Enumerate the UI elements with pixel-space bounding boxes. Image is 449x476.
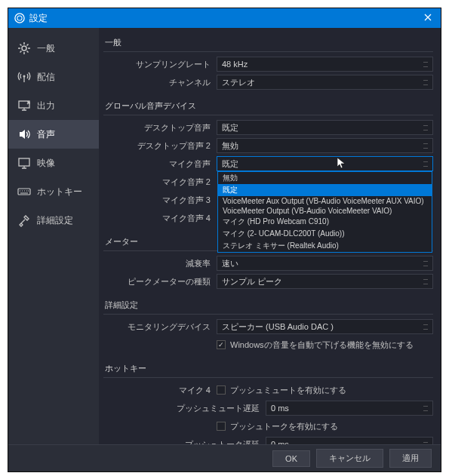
sidebar-item-label: 映像 xyxy=(37,157,55,170)
mic4-label: マイク音声 4 xyxy=(103,213,217,224)
svg-rect-6 xyxy=(18,189,30,195)
decay-select[interactable]: 速い xyxy=(217,256,433,271)
hotkey-mic4-label: マイク 4 xyxy=(103,385,217,396)
group-general: 一般 サンプリングレート 48 kHz チャンネル ステレオ xyxy=(103,34,433,90)
close-icon[interactable] xyxy=(421,13,435,23)
mic4-ptm-checkbox[interactable] xyxy=(217,385,226,395)
monitor-label: モニタリングデバイス xyxy=(103,321,217,333)
desktop1-label: デスクトップ音声 xyxy=(103,122,217,134)
keyboard-icon xyxy=(17,185,31,198)
obs-icon xyxy=(14,13,25,23)
mic1-select[interactable]: 既定 無効 既定 VoiceMeeter Aux Output (VB-Audi… xyxy=(217,156,433,171)
ptt-delay-label: プッシュトーク遅延 xyxy=(103,439,266,445)
ptt-enable-label: プッシュトークを有効にする xyxy=(230,421,338,432)
dropdown-item[interactable]: VoiceMeeter Output (VB-Audio VoiceMeeter… xyxy=(218,206,432,216)
sidebar-item-label: ホットキー xyxy=(37,186,82,198)
desktop1-select[interactable]: 既定 xyxy=(217,120,433,135)
group-hotkey: ホットキー マイク 4 プッシュミュートを有効にする プッシュミュート遅延 0 … xyxy=(103,360,433,444)
settings-window: 設定 一般 配信 出力 音声 映像 xyxy=(8,8,441,472)
svg-point-0 xyxy=(15,14,24,23)
sidebar-item-label: 詳細設定 xyxy=(37,214,73,227)
group-title: グローバル音声デバイス xyxy=(103,97,433,115)
sidebar-item-audio[interactable]: 音声 xyxy=(8,120,99,149)
mic1-value: 既定 xyxy=(222,158,238,170)
apply-button[interactable]: 適用 xyxy=(389,449,432,468)
decay-label: 減衰率 xyxy=(103,258,217,269)
sidebar-item-general[interactable]: 一般 xyxy=(8,34,99,63)
window-body: 一般 配信 出力 音声 映像 ホットキー xyxy=(8,28,441,444)
desktop2-label: デスクトップ音声 2 xyxy=(103,140,217,152)
sidebar-item-stream[interactable]: 配信 xyxy=(8,63,99,91)
sidebar-item-output[interactable]: 出力 xyxy=(8,91,99,120)
sidebar-item-label: 一般 xyxy=(37,42,55,55)
dropdown-item[interactable]: マイク (2- UCAM-DLC200T (Audio)) xyxy=(218,228,432,240)
sidebar-item-label: 配信 xyxy=(37,71,55,84)
group-global-audio: グローバル音声デバイス デスクトップ音声 既定 デスクトップ音声 2 無効 マイ… xyxy=(103,97,433,226)
titlebar[interactable]: 設定 xyxy=(8,8,441,28)
mic1-dropdown: 無効 既定 VoiceMeeter Aux Output (VB-Audio V… xyxy=(217,171,432,253)
mic1-label: マイク音声 xyxy=(103,158,217,170)
mic4-ptm-delay[interactable]: 0 ms xyxy=(266,401,433,416)
group-title: 一般 xyxy=(103,34,433,52)
dropdown-item[interactable]: ステレオ ミキサー (Realtek Audio) xyxy=(218,240,432,252)
monitor-select[interactable]: スピーカー (USB Audio DAC ) xyxy=(217,319,433,334)
broadcast-icon xyxy=(17,70,31,84)
sidebar-item-video[interactable]: 映像 xyxy=(8,149,99,177)
group-advanced: 詳細設定 モニタリングデバイス スピーカー (USB Audio DAC ) W… xyxy=(103,296,433,352)
svg-point-1 xyxy=(17,16,22,20)
mic2-label: マイク音声 2 xyxy=(103,177,217,188)
mic4-ptt-checkbox[interactable] xyxy=(217,422,226,431)
peak-label: ピークメーターの種類 xyxy=(103,276,217,287)
footer: OK キャンセル 適用 xyxy=(8,444,441,471)
dropdown-item[interactable]: マイク (HD Pro Webcam C910) xyxy=(218,216,432,228)
mic3-label: マイク音声 3 xyxy=(103,195,217,206)
cancel-button[interactable]: キャンセル xyxy=(316,449,383,468)
svg-rect-5 xyxy=(19,158,29,166)
gear-icon xyxy=(17,41,31,55)
display-icon xyxy=(17,156,31,170)
content-panel: 一般 サンプリングレート 48 kHz チャンネル ステレオ グローバル音声デバ… xyxy=(99,28,441,444)
sidebar-item-label: 出力 xyxy=(37,100,55,112)
peak-select[interactable]: サンプル ピーク xyxy=(217,274,433,289)
window-title: 設定 xyxy=(29,12,421,25)
group-title: 詳細設定 xyxy=(103,296,433,315)
monitor-icon xyxy=(17,99,31,112)
sidebar-item-label: 音声 xyxy=(37,128,55,141)
channel-select[interactable]: ステレオ xyxy=(217,75,433,90)
desktop2-select[interactable]: 無効 xyxy=(217,138,433,153)
ducking-checkbox[interactable] xyxy=(217,340,226,349)
channel-label: チャンネル xyxy=(103,77,217,88)
ptm-enable-label: プッシュミュートを有効にする xyxy=(230,385,346,396)
svg-point-2 xyxy=(22,46,26,51)
tools-icon xyxy=(17,213,31,227)
speaker-icon xyxy=(17,127,31,141)
sidebar-item-advanced[interactable]: 詳細設定 xyxy=(8,206,99,235)
dropdown-item[interactable]: 既定 xyxy=(218,184,432,196)
dropdown-item[interactable]: 無効 xyxy=(218,172,432,184)
mic4-ptt-delay[interactable]: 0 ms xyxy=(266,437,433,444)
ok-button[interactable]: OK xyxy=(272,450,310,467)
sidebar-item-hotkey[interactable]: ホットキー xyxy=(8,177,99,206)
sample-rate-select[interactable]: 48 kHz xyxy=(217,57,433,72)
ducking-label: Windowsの音量を自動で下げる機能を無効にする xyxy=(230,339,414,351)
sample-rate-label: サンプリングレート xyxy=(103,59,217,70)
group-title: ホットキー xyxy=(103,360,433,378)
ptm-delay-label: プッシュミュート遅延 xyxy=(103,403,266,414)
dropdown-item[interactable]: VoiceMeeter Aux Output (VB-Audio VoiceMe… xyxy=(218,196,432,206)
sidebar: 一般 配信 出力 音声 映像 ホットキー xyxy=(8,28,99,444)
